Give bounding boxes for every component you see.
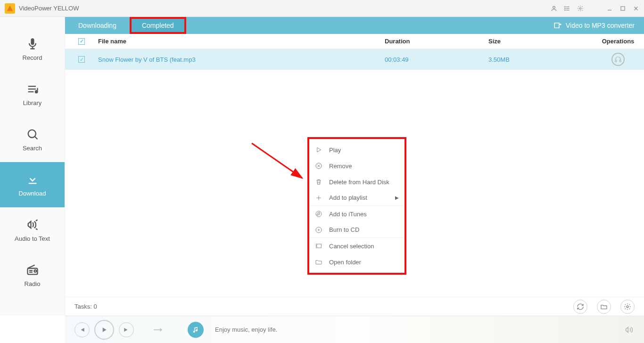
table-row[interactable]: ✓ Snow Flower by V of BTS (feat.mp3 00:0…: [65, 49, 644, 70]
header-duration: Duration: [385, 38, 488, 45]
export-icon: [553, 21, 562, 30]
maximize-icon[interactable]: [619, 5, 626, 12]
ctx-label: Add to iTunes: [329, 211, 367, 218]
gear-icon: [624, 303, 631, 310]
next-icon: [123, 327, 130, 333]
remove-icon: [315, 162, 322, 170]
sidebar-item-radio[interactable]: Radio: [0, 253, 65, 298]
ctx-remove[interactable]: Remove: [309, 158, 405, 174]
user-icon[interactable]: [551, 5, 557, 12]
ctx-label: Burn to CD: [329, 226, 359, 233]
svg-point-18: [28, 130, 35, 137]
close-icon[interactable]: [633, 5, 639, 12]
sidebar-item-library[interactable]: Library: [0, 72, 65, 117]
previous-button[interactable]: [74, 322, 90, 337]
list-icon[interactable]: [564, 5, 570, 12]
row-checkbox[interactable]: ✓: [78, 56, 85, 63]
sidebar-item-record[interactable]: Record: [0, 26, 65, 72]
settings-button[interactable]: [620, 300, 635, 314]
svg-line-19: [34, 136, 37, 139]
header-operations: Operations: [592, 38, 644, 45]
svg-point-7: [565, 9, 565, 10]
svg-rect-27: [615, 60, 617, 62]
svg-rect-38: [316, 244, 322, 248]
annotation-arrow: [248, 139, 309, 187]
search-icon: [26, 128, 39, 141]
ctx-delete-hard-disk[interactable]: Delete from Hard Disk: [309, 174, 405, 190]
sidebar-item-label: Audio to Text: [15, 235, 50, 242]
sidebar-item-audio-to-text[interactable]: Audio to Text: [0, 207, 65, 253]
ctx-add-to-itunes[interactable]: Add to iTunes: [309, 206, 405, 222]
svg-point-6: [565, 8, 565, 8]
sidebar-item-label: Record: [23, 54, 42, 61]
sidebar-item-download[interactable]: Download: [0, 162, 65, 207]
tabs-bar: Downloading Completed Video to MP3 conve…: [65, 17, 644, 34]
app-title: VideoPower YELLOW: [19, 5, 551, 12]
submenu-arrow-icon: ▶: [395, 195, 399, 200]
titlebar-controls: [551, 5, 639, 12]
ctx-label: Add to playlist: [329, 194, 367, 201]
sidebar-item-label: Radio: [25, 280, 41, 287]
ctx-burn-to-cd[interactable]: Burn to CD: [309, 222, 405, 238]
play-icon: [100, 326, 108, 334]
svg-rect-28: [619, 60, 621, 62]
sidebar-item-search[interactable]: Search: [0, 117, 65, 162]
minimize-icon[interactable]: [606, 5, 613, 12]
plus-icon: [315, 194, 322, 202]
svg-rect-26: [554, 23, 559, 28]
tab-downloading[interactable]: Downloading: [65, 17, 130, 34]
itunes-icon: [315, 210, 322, 218]
main-panel: Downloading Completed Video to MP3 conve…: [65, 17, 644, 316]
prev-icon: [79, 327, 85, 333]
select-all-checkbox[interactable]: ✓: [78, 38, 85, 45]
row-size: 3.50MB: [488, 56, 592, 63]
player-text: Enjoy music, enjoy life.: [215, 326, 277, 333]
ctx-add-to-playlist[interactable]: Add to playlist ▶: [309, 190, 405, 206]
folder-icon: [600, 303, 608, 310]
volume-icon[interactable]: [624, 325, 635, 335]
video-to-mp3-button[interactable]: Video to MP3 converter: [553, 21, 644, 30]
header-size: Size: [488, 38, 592, 45]
ctx-open-folder[interactable]: Open folder: [309, 254, 405, 270]
trash-icon: [315, 178, 322, 186]
library-icon: [26, 82, 39, 96]
titlebar: VideoPower YELLOW: [0, 0, 644, 17]
cd-icon: [315, 226, 322, 234]
tab-label: Completed: [142, 22, 174, 29]
svg-rect-10: [621, 6, 625, 10]
converter-label: Video to MP3 converter: [566, 22, 635, 29]
open-folder-button[interactable]: [597, 300, 611, 314]
refresh-button[interactable]: [573, 300, 587, 314]
settings-icon[interactable]: [577, 5, 584, 12]
shuffle-icon[interactable]: [153, 327, 164, 333]
svg-point-17: [35, 90, 37, 93]
headphones-icon[interactable]: [611, 53, 625, 66]
context-menu: Play Remove Delete from Hard Disk Add to…: [307, 137, 406, 275]
svg-point-37: [318, 229, 320, 230]
svg-rect-13: [31, 38, 34, 45]
tab-completed-highlight: Completed: [130, 17, 186, 34]
folder-icon: [315, 258, 322, 266]
row-filename: Snow Flower by V of BTS (feat.mp3: [98, 56, 385, 63]
ctx-cancel-selection[interactable]: Cancel selection: [309, 238, 405, 254]
ctx-label: Open folder: [329, 259, 361, 266]
music-note-icon: [192, 326, 199, 334]
play-button[interactable]: [94, 320, 114, 340]
sidebar-item-label: Download: [19, 190, 46, 197]
svg-point-5: [565, 6, 565, 7]
sidebar: Record Library Search Download Audio to …: [0, 17, 65, 316]
tab-completed[interactable]: Completed: [132, 19, 184, 32]
radio-icon: [26, 263, 39, 277]
ctx-label: Remove: [329, 163, 352, 170]
svg-rect-20: [28, 183, 36, 184]
next-button[interactable]: [119, 322, 134, 337]
svg-line-29: [252, 143, 302, 178]
sidebar-item-label: Search: [23, 145, 42, 152]
ctx-label: Delete from Hard Disk: [329, 179, 389, 186]
status-bar: Tasks: 0: [65, 297, 644, 316]
ctx-label: Cancel selection: [329, 243, 374, 250]
app-logo-icon: [5, 3, 15, 14]
player-bar: Enjoy music, enjoy life.: [65, 316, 644, 343]
ctx-play[interactable]: Play: [309, 142, 405, 158]
now-playing-icon: [188, 322, 204, 338]
